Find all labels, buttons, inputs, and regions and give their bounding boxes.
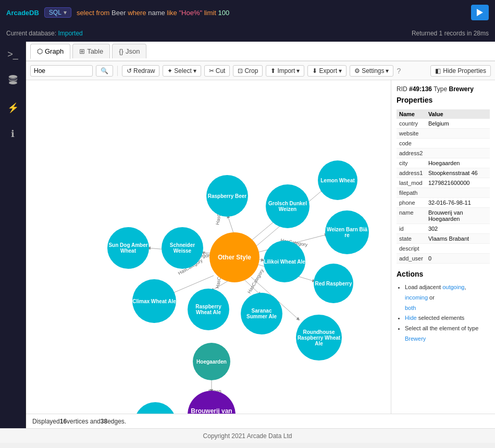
- props-row-name: address1: [397, 168, 426, 178]
- redraw-label: Redraw: [133, 67, 155, 74]
- svg-line-3: [228, 216, 233, 233]
- node-hoegaarden[interactable]: Hoegaarden: [193, 343, 230, 380]
- help-button[interactable]: ?: [397, 67, 401, 75]
- crop-label: Crop: [244, 67, 258, 74]
- redraw-icon: ↺: [127, 67, 132, 74]
- sidebar-terminal-icon[interactable]: >_: [4, 46, 21, 63]
- tab-table[interactable]: ⊞ Table: [72, 44, 110, 58]
- svg-line-5: [251, 220, 276, 241]
- node-raspberry-beer[interactable]: Raspberry Beer: [206, 175, 248, 217]
- props-row-value: [426, 244, 490, 254]
- cut-button[interactable]: ✂ Cut: [204, 65, 230, 77]
- sidebar-database-icon[interactable]: [5, 71, 21, 91]
- db-info: Current database: Imported: [6, 30, 83, 37]
- props-row-value: Hoegaarden: [426, 158, 490, 168]
- both-link[interactable]: both: [405, 305, 416, 311]
- edges-count: 38: [101, 418, 107, 425]
- subheader: Current database: Imported Returned 1 re…: [0, 25, 495, 42]
- settings-chevron: ▾: [386, 67, 389, 74]
- actions-title: Actions: [397, 270, 490, 278]
- props-rid: RID #49:136 Type Brewery: [397, 85, 490, 93]
- node-climax-wheat[interactable]: Climax Wheat Ale: [132, 279, 176, 323]
- db-link[interactable]: Imported: [58, 30, 82, 37]
- svg-line-9: [259, 259, 264, 260]
- outgoing-link[interactable]: outgoing: [442, 284, 464, 290]
- props-row-name: id: [397, 224, 426, 234]
- settings-button[interactable]: ⚙ Settings ▾: [350, 65, 393, 77]
- node-roundhouse[interactable]: Roundhouse Raspberry Wheat Ale: [296, 315, 342, 360]
- select-chevron: ▾: [193, 67, 196, 74]
- table-tab-label: Table: [87, 47, 103, 55]
- search-button[interactable]: 🔍: [96, 65, 113, 77]
- props-row-value: 32-016-76-98-11: [426, 198, 490, 208]
- hide-properties-button[interactable]: ◧ Hide Properties: [430, 65, 491, 77]
- left-sidebar: >_ ⚡ ℹ: [0, 42, 26, 428]
- props-row-value: Brouwerij van Hoegaarden: [426, 208, 490, 224]
- props-row-name: country: [397, 119, 426, 129]
- props-row-value: 302: [426, 224, 490, 234]
- props-row-name: phone: [397, 198, 426, 208]
- search-input[interactable]: [30, 65, 93, 77]
- props-row: cityHoegaarden: [397, 158, 490, 168]
- incoming-link[interactable]: incoming: [405, 294, 428, 301]
- cut-icon: ✂: [209, 67, 214, 74]
- props-row-value: [426, 188, 490, 198]
- props-row-name: add_user: [397, 254, 426, 264]
- redraw-button[interactable]: ↺ Redraw: [122, 65, 159, 77]
- props-row-name: state: [397, 234, 426, 244]
- node-lemon-wheat[interactable]: Lemon Wheat: [318, 160, 357, 200]
- statusbar: Displayed 16 vertices and 38 edges.: [26, 414, 495, 428]
- tab-graph[interactable]: ⬡ Graph: [30, 44, 70, 59]
- sql-badge[interactable]: SQL ▾: [44, 7, 71, 18]
- sidebar-info-icon[interactable]: ℹ: [8, 125, 18, 143]
- import-chevron: ▾: [296, 67, 300, 74]
- node-brouwerij[interactable]: Brouwerij van Hoegaarden: [188, 391, 236, 414]
- node-schneider-weisse[interactable]: Schneider Weisse: [162, 227, 203, 269]
- props-row-name: code: [397, 139, 426, 148]
- props-row-name: filepath: [397, 188, 426, 198]
- props-row: add_user0: [397, 254, 490, 264]
- node-other-style[interactable]: Other Style: [209, 232, 259, 282]
- tab-json[interactable]: {} Json: [112, 44, 146, 58]
- properties-panel: RID #49:136 Type Brewery Properties Name…: [391, 80, 495, 414]
- props-row-name: descript: [397, 244, 426, 254]
- settings-label: Settings: [362, 67, 384, 74]
- props-row-name: last_mod: [397, 178, 426, 188]
- sql-label: SQL: [49, 9, 61, 16]
- json-tab-label: Json: [126, 47, 140, 55]
- props-row-value: Belgium: [426, 119, 490, 129]
- node-original-white[interactable]: Original White Ale: [134, 402, 176, 414]
- props-row-name: website: [397, 129, 426, 139]
- main: >_ ⚡ ℹ ⬡ Graph ⊞ Table {}: [0, 42, 495, 428]
- props-row: countryBelgium: [397, 119, 490, 129]
- sidebar-plugin-icon[interactable]: ⚡: [4, 99, 22, 117]
- props-row: id302: [397, 224, 490, 234]
- import-button[interactable]: ⬆ Import ▾: [266, 65, 304, 77]
- export-button[interactable]: ⬇ Export ▾: [307, 65, 346, 77]
- props-row-name: name: [397, 208, 426, 224]
- node-weizen-barn[interactable]: Weizen Barn Biä re: [325, 210, 369, 254]
- node-raspberry-wheat[interactable]: Raspberry Wheat Ale: [188, 289, 229, 330]
- graph-area: HasCategory HasCategory HasCategory Cate…: [26, 80, 495, 414]
- brewery-link[interactable]: Brewery: [405, 335, 426, 342]
- graph-canvas[interactable]: HasCategory HasCategory HasCategory Cate…: [26, 80, 391, 414]
- vertices-count: 16: [60, 418, 67, 425]
- select-button[interactable]: ✦ Select ▾: [163, 65, 201, 77]
- node-saranac-summer[interactable]: Saranac Summer Ale: [241, 293, 282, 334]
- props-row-value: [426, 148, 490, 158]
- svg-line-7: [202, 252, 210, 255]
- props-row: code: [397, 139, 490, 148]
- hide-link[interactable]: Hide: [405, 315, 417, 321]
- node-red-raspberry[interactable]: Red Raspberry: [314, 264, 353, 303]
- content: ⬡ Graph ⊞ Table {} Json 🔍 ↺ Redraw ✦: [26, 42, 495, 428]
- node-grolsch-dunkel[interactable]: Grolsch Dunkel Weizen: [266, 184, 310, 228]
- props-row-value: [426, 139, 490, 148]
- run-button[interactable]: [471, 5, 489, 20]
- props-row-value: [426, 129, 490, 139]
- sql-query[interactable]: select from Beer where name like "Hoe%" …: [77, 9, 466, 17]
- node-lilikoi-wheat[interactable]: Lilikoi Wheat Ale: [264, 241, 305, 282]
- node-sun-dog[interactable]: Sun Dog Amber Wheat: [107, 227, 149, 269]
- crop-button[interactable]: ⊡ Crop: [233, 65, 263, 77]
- props-row: address1Stoopkensstraat 46: [397, 168, 490, 178]
- props-table-body: countryBelgiumwebsitecodeaddress2cityHoe…: [397, 119, 490, 264]
